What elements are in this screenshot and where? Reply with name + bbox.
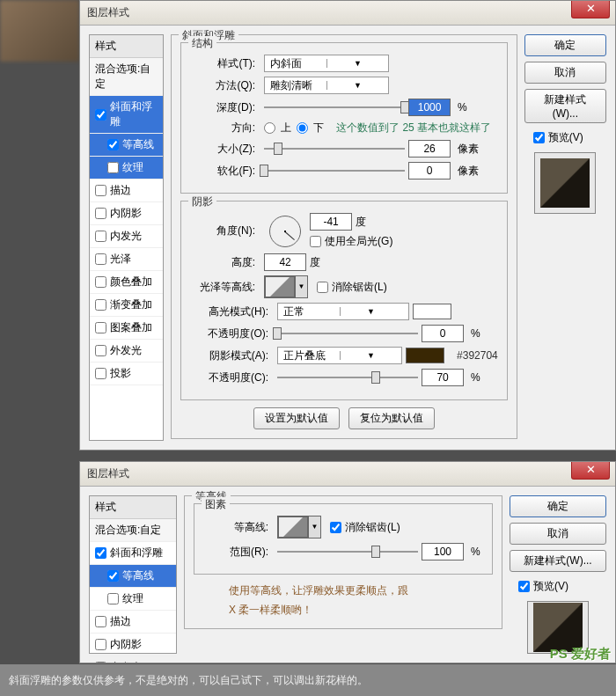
altitude-input[interactable]: 42 (264, 253, 306, 271)
action-panel: 确定 取消 新建样式(W)... 预览(V) (510, 495, 606, 654)
size-input[interactable]: 26 (408, 140, 451, 158)
style-item-satin[interactable]: 光泽 (90, 248, 163, 271)
annotation-text: 使用等高线，让浮雕效果更柔顺点，跟 X 柔一样柔顺哟！ (229, 582, 493, 619)
action-panel: 确定 取消 新建样式(W)... 预览(V) (524, 34, 606, 441)
range-input[interactable]: 100 (422, 543, 464, 560)
new-style-button[interactable]: 新建样式(W)... (524, 89, 606, 123)
angle-input[interactable]: -41 (310, 213, 352, 231)
depth-slider[interactable] (264, 99, 405, 115)
style-item-inner-glow[interactable]: 内发光 (90, 656, 176, 663)
styles-list: 样式 混合选项:自定 斜面和浮雕 等高线 纹理 描边 内阴影 内发光 (89, 495, 177, 654)
highlight-mode-select[interactable]: 正常▼ (277, 303, 409, 320)
technique-select[interactable]: 雕刻清晰▼ (264, 77, 389, 94)
highlight-opacity-slider[interactable] (277, 326, 418, 341)
style-item-gradient-overlay[interactable]: 渐变叠加 (90, 294, 163, 317)
titlebar[interactable]: 图层样式 ✕ (80, 462, 615, 487)
preview-checkbox[interactable] (518, 581, 530, 592)
style-item-bevel[interactable]: 斜面和浮雕 (90, 542, 176, 565)
styles-header[interactable]: 样式 (90, 496, 176, 519)
contour-picker[interactable]: ▼ (277, 516, 321, 538)
chevron-down-icon: ▼ (340, 307, 401, 316)
blend-options-item[interactable]: 混合选项:自定 (90, 519, 176, 542)
chevron-down-icon: ▼ (326, 59, 388, 68)
footer-caption: 斜面浮雕的参数仅供参考，不是绝对的，可以自己试下，可以调出新花样的。 (0, 664, 616, 696)
highlight-color-swatch[interactable] (413, 304, 451, 319)
settings-panel: 等高线 图素 等高线: ▼ 消除锯齿(L) 范围(R): 100 % 使用等高线… (184, 495, 502, 654)
shading-fieldset: 阴影 角度(N): -41 度 使用全局光(G) (180, 201, 508, 400)
hex-annotation: #392704 (457, 349, 498, 362)
texture-checkbox[interactable] (107, 162, 119, 173)
chevron-down-icon: ▼ (308, 517, 320, 538)
cancel-button[interactable]: 取消 (524, 62, 606, 84)
style-item-inner-glow[interactable]: 内发光 (90, 225, 163, 248)
chevron-down-icon: ▼ (340, 351, 401, 360)
depth-input[interactable]: 1000 (408, 99, 451, 116)
dialog-title: 图层样式 (87, 466, 129, 481)
structure-fieldset: 结构 样式(T): 内斜面▼ 方法(Q): 雕刻清晰▼ 深度(D): 1000 … (180, 42, 508, 194)
size-slider[interactable] (264, 141, 405, 157)
gloss-contour-picker[interactable]: ▼ (264, 275, 308, 298)
preview-thumbnail (534, 152, 596, 214)
shadow-color-swatch[interactable] (406, 348, 444, 363)
contour-checkbox[interactable] (107, 139, 119, 150)
layer-style-dialog-2: 图层样式 ✕ 样式 混合选项:自定 斜面和浮雕 等高线 纹理 描边 内阴影 内发… (79, 461, 616, 663)
direction-down-radio[interactable] (297, 122, 308, 134)
set-default-button[interactable]: 设置为默认值 (253, 407, 340, 429)
preview-checkbox[interactable] (533, 132, 545, 143)
style-select[interactable]: 内斜面▼ (264, 55, 389, 72)
direction-up-radio[interactable] (264, 122, 275, 134)
style-item-drop-shadow[interactable]: 投影 (90, 363, 163, 385)
angle-dial[interactable] (269, 216, 301, 247)
cancel-button[interactable]: 取消 (510, 523, 606, 545)
dialog-title: 图层样式 (87, 5, 129, 20)
titlebar[interactable]: 图层样式 ✕ (80, 1, 615, 26)
watermark-text: PS 爱好者 (550, 646, 611, 663)
style-item-texture[interactable]: 纹理 (90, 588, 176, 611)
shadow-mode-select[interactable]: 正片叠底▼ (277, 347, 402, 364)
range-slider[interactable] (277, 544, 418, 560)
bevel-checkbox[interactable] (95, 109, 106, 121)
layer-style-dialog-1: 图层样式 ✕ 样式 混合选项:自定 斜面和浮雕 等高线 纹理 描边 内阴影 内发… (79, 0, 616, 451)
style-item-outer-glow[interactable]: 外发光 (90, 340, 163, 363)
global-light-checkbox[interactable] (310, 236, 321, 247)
style-item-contour[interactable]: 等高线 (90, 134, 163, 157)
elements-fieldset: 图素 等高线: ▼ 消除锯齿(L) 范围(R): 100 % (194, 503, 493, 575)
shadow-opacity-input[interactable]: 70 (422, 369, 464, 386)
highlight-opacity-input[interactable]: 0 (422, 325, 464, 342)
style-item-inner-shadow[interactable]: 内阴影 (90, 634, 176, 656)
style-item-pattern-overlay[interactable]: 图案叠加 (90, 317, 163, 340)
settings-panel: 斜面和浮雕 结构 样式(T): 内斜面▼ 方法(Q): 雕刻清晰▼ 深度(D):… (171, 34, 517, 441)
reset-default-button[interactable]: 复位为默认值 (348, 407, 435, 429)
style-item-stroke[interactable]: 描边 (90, 611, 176, 634)
soften-input[interactable]: 0 (408, 162, 451, 179)
close-button[interactable]: ✕ (571, 1, 610, 18)
styles-list: 样式 混合选项:自定 斜面和浮雕 等高线 纹理 描边 内阴影 内发光 光泽 颜色… (89, 34, 164, 441)
antialias-checkbox[interactable] (330, 522, 341, 533)
new-style-button[interactable]: 新建样式(W)... (510, 550, 606, 572)
style-item-texture[interactable]: 纹理 (90, 157, 163, 179)
style-item-bevel[interactable]: 斜面和浮雕 (90, 96, 163, 134)
ok-button[interactable]: 确定 (524, 34, 606, 56)
style-item-stroke[interactable]: 描边 (90, 179, 163, 202)
ok-button[interactable]: 确定 (510, 495, 606, 517)
style-item-contour[interactable]: 等高线 (90, 565, 176, 588)
contour-fieldset: 等高线 图素 等高线: ▼ 消除锯齿(L) 范围(R): 100 % 使用等高线… (184, 495, 502, 629)
blend-options-item[interactable]: 混合选项:自定 (90, 58, 163, 96)
antialias-checkbox[interactable] (317, 282, 328, 293)
style-item-inner-shadow[interactable]: 内阴影 (90, 202, 163, 225)
close-button[interactable]: ✕ (571, 462, 610, 480)
chevron-down-icon: ▼ (326, 81, 388, 90)
shadow-opacity-slider[interactable] (277, 370, 418, 385)
chevron-down-icon: ▼ (295, 276, 307, 297)
styles-header[interactable]: 样式 (90, 35, 163, 58)
style-item-color-overlay[interactable]: 颜色叠加 (90, 271, 163, 294)
bevel-fieldset: 斜面和浮雕 结构 样式(T): 内斜面▼ 方法(Q): 雕刻清晰▼ 深度(D):… (171, 34, 517, 439)
soften-slider[interactable] (264, 163, 405, 179)
annotation-text: 这个数值到了 25 基本也就这样了 (336, 121, 491, 136)
